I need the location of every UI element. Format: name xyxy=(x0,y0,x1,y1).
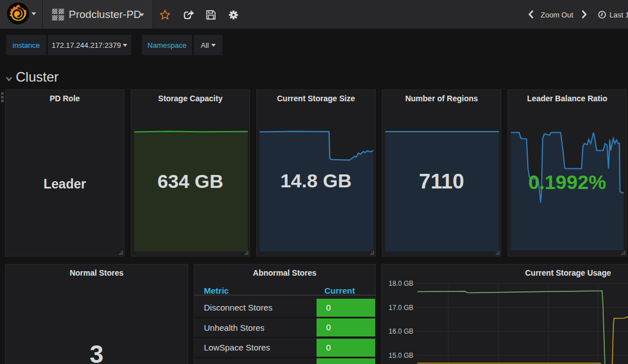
svg-text:16.0 GB: 16.0 GB xyxy=(389,327,413,335)
svg-text:15.0 GB: 15.0 GB xyxy=(389,352,413,359)
svg-text:17.0 GB: 17.0 GB xyxy=(389,304,413,312)
svg-text:18.0 GB: 18.0 GB xyxy=(389,280,413,287)
